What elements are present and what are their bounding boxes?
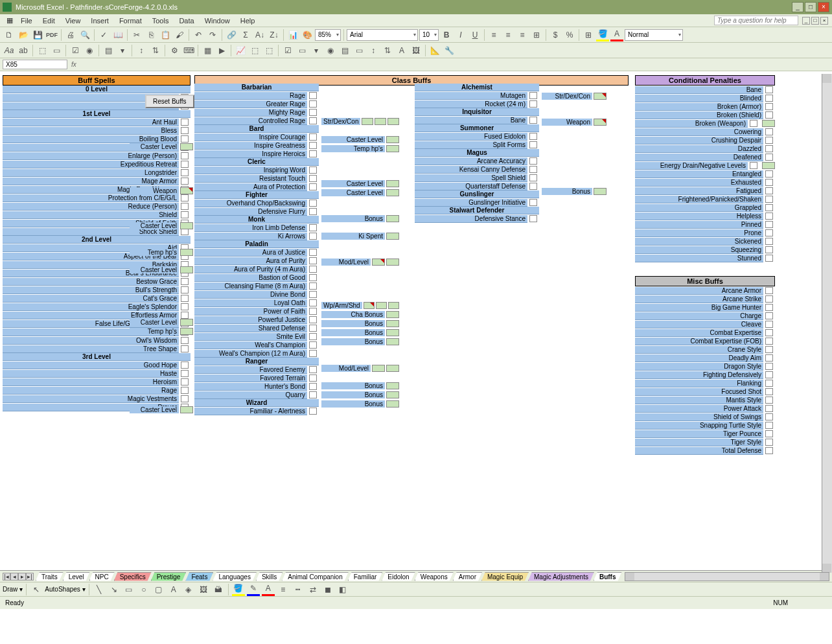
preview-icon[interactable]: 🔍 (78, 29, 91, 41)
checkbox[interactable] (181, 127, 189, 134)
checkbox[interactable] (309, 109, 317, 116)
align-center-icon[interactable]: ≡ (502, 29, 514, 41)
sheet-tab-weapons[interactable]: Weapons (415, 572, 454, 581)
checkbox[interactable] (529, 174, 537, 181)
checkbox[interactable] (765, 405, 773, 412)
input-box[interactable] (180, 249, 193, 256)
checkbox[interactable] (309, 333, 317, 340)
checkbox[interactable] (765, 137, 773, 144)
checkbox[interactable] (765, 103, 773, 110)
checkbox[interactable] (765, 204, 773, 211)
new-icon[interactable]: 🗋 (3, 29, 16, 41)
input-box[interactable] (386, 145, 399, 152)
checkbox[interactable] (309, 325, 317, 332)
input-box[interactable] (594, 119, 607, 126)
checkbox[interactable] (765, 380, 773, 387)
sheet-tab-languages[interactable]: Languages (213, 572, 257, 581)
tab-first[interactable]: |◂ (3, 573, 10, 581)
checkbox[interactable] (765, 312, 773, 319)
chart2-icon[interactable]: 📈 (234, 44, 247, 57)
input-box[interactable] (180, 328, 193, 335)
checkbox[interactable] (765, 111, 773, 119)
tool-a-icon[interactable]: ⬚ (248, 44, 261, 57)
input-box[interactable] (386, 180, 399, 187)
checkbox[interactable] (529, 183, 537, 190)
input-box[interactable] (364, 302, 375, 309)
checkbox[interactable] (529, 133, 537, 140)
input-box[interactable] (386, 259, 399, 266)
checkbox[interactable] (309, 383, 317, 390)
arrow-icon[interactable]: ↘ (108, 583, 121, 596)
italic-icon[interactable]: I (454, 29, 467, 41)
checkbox[interactable] (309, 341, 317, 349)
vertical-scrollbar[interactable] (822, 74, 832, 573)
font-combo[interactable]: Arial (347, 29, 418, 41)
checkbox[interactable] (309, 150, 317, 157)
checkbox[interactable] (765, 229, 773, 236)
menu-tools[interactable]: Tools (147, 17, 174, 25)
checkbox[interactable] (765, 447, 773, 454)
doc-close[interactable]: × (820, 17, 828, 25)
more-controls-icon[interactable]: 🔧 (443, 44, 456, 57)
input-box[interactable] (180, 222, 193, 229)
menu-edit[interactable]: Edit (38, 17, 60, 25)
bold-icon[interactable]: B (440, 29, 453, 41)
sort-asc-icon[interactable]: A↓ (253, 29, 266, 41)
sheet-tab-npc[interactable]: NPC (89, 572, 115, 581)
checkbox[interactable] (529, 100, 537, 108)
menu-view[interactable]: View (60, 17, 86, 25)
checkbox[interactable] (309, 366, 317, 373)
horizontal-scrollbar[interactable] (625, 572, 830, 581)
checkbox[interactable] (765, 371, 773, 378)
sheet-tab-magic-equip[interactable]: Magic Equip (481, 572, 529, 581)
input-box[interactable] (386, 311, 399, 318)
label2-icon[interactable]: A (395, 44, 408, 57)
menu-insert[interactable]: Insert (86, 17, 114, 25)
help-search[interactable] (714, 16, 798, 25)
checkbox[interactable] (309, 142, 317, 149)
shadow-icon[interactable]: ◼ (321, 583, 334, 596)
fill2-icon[interactable]: 🪣 (232, 583, 245, 596)
cut-icon[interactable]: ✂ (130, 29, 143, 41)
sheet-tab-specifics[interactable]: Specifics (114, 572, 152, 581)
button-icon[interactable]: ▭ (50, 44, 63, 57)
minimize-button[interactable]: _ (792, 2, 803, 12)
input-box[interactable] (180, 266, 193, 273)
input-box[interactable] (375, 118, 386, 125)
checkbox[interactable] (309, 291, 317, 298)
textbox-icon[interactable]: ▢ (152, 583, 165, 596)
checkbox[interactable] (309, 92, 317, 99)
sheet-tab-magic-adjustments[interactable]: Magic Adjustments (528, 572, 594, 581)
oval-icon[interactable]: ○ (137, 583, 150, 596)
line-color-icon[interactable]: ✎ (247, 583, 260, 596)
image-icon[interactable]: 🖼 (410, 44, 422, 57)
font-color-icon[interactable]: A (610, 29, 623, 41)
code-icon[interactable]: ⌨ (182, 44, 195, 57)
checkbox[interactable] (309, 200, 317, 207)
open-icon[interactable]: 📂 (17, 29, 30, 41)
button2-icon[interactable]: ▭ (352, 44, 365, 57)
checkbox[interactable] (765, 422, 773, 429)
currency-icon[interactable]: $ (549, 29, 562, 41)
input-box[interactable] (180, 319, 193, 326)
input-box[interactable] (180, 187, 193, 194)
clipart-icon[interactable]: 🖼 (197, 583, 210, 596)
worksheet[interactable]: Buff Spells 0 LevelResistanceVirtue1st L… (0, 71, 793, 570)
checkbox[interactable] (309, 391, 317, 398)
align-left-icon[interactable]: ≡ (487, 29, 500, 41)
tool-b-icon[interactable]: ⬚ (262, 44, 275, 57)
checkbox[interactable] (529, 117, 537, 124)
spinner-icon[interactable]: ⇅ (149, 44, 162, 57)
sheet-tab-prestige[interactable]: Prestige (151, 572, 187, 581)
menu-format[interactable]: Format (114, 17, 147, 25)
input-box[interactable] (386, 338, 399, 345)
reset-buffs-button[interactable]: Reset Buffs (145, 95, 194, 108)
menu-data[interactable]: Data (174, 17, 199, 25)
checkbox[interactable] (309, 257, 317, 264)
chart-icon[interactable]: 📊 (286, 29, 299, 41)
sheet-tab-familiar[interactable]: Familiar (348, 572, 383, 581)
grid-icon[interactable]: ▦ (201, 44, 214, 57)
label-icon[interactable]: Aa (3, 44, 16, 57)
radio-icon[interactable]: ◉ (83, 44, 96, 57)
checkbox[interactable] (529, 166, 537, 173)
